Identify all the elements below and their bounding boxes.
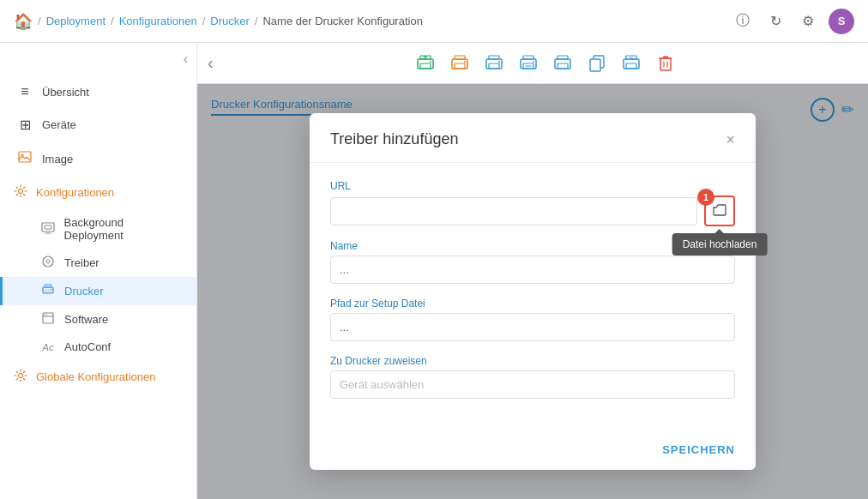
toolbar-icon-printer-blue-3[interactable] [547, 48, 578, 79]
breadcrumb-deployment[interactable]: Deployment [46, 15, 105, 27]
svg-rect-4 [45, 225, 51, 229]
sidebar-item-label-globale-konfigurationen: Globale Konfigurationen [36, 370, 156, 383]
svg-point-18 [430, 61, 431, 63]
modal-title: Treiber hinzufügen [330, 130, 458, 148]
modal-body: URL 1 Datei [310, 163, 756, 430]
sidebar-sub-label-software: Software [64, 313, 108, 326]
form-group-zuweisen: Zu Drucker zuweisen [330, 355, 735, 399]
svg-rect-39 [660, 58, 671, 70]
svg-point-5 [43, 256, 53, 267]
svg-rect-38 [626, 56, 636, 59]
upload-btn-wrapper: 1 Datei hochladen [704, 195, 735, 226]
home-icon[interactable]: 🏠 [14, 12, 33, 31]
svg-rect-32 [558, 63, 568, 69]
modal-overlay: Treiber hinzufügen × URL 1 [197, 84, 868, 499]
svg-rect-0 [19, 152, 31, 162]
treiber-icon [40, 256, 56, 270]
info-icon[interactable]: ⓘ [731, 9, 755, 33]
sidebar-sub-label-background-deployment: Background Deployment [64, 216, 183, 242]
svg-rect-9 [45, 285, 51, 287]
header-actions: ⓘ ↻ ⚙ S [731, 9, 854, 34]
zuweisen-input[interactable] [330, 370, 735, 399]
sidebar-sub-label-drucker: Drucker [64, 285, 104, 298]
save-button[interactable]: SPEICHERN [662, 443, 735, 456]
globale-konfigurationen-icon [14, 369, 27, 385]
sidebar-sub-label-autoconf: AutoConf [64, 340, 111, 353]
svg-rect-24 [489, 63, 499, 69]
content-area: Drucker Konfigurationsname + ✏ Treiber h… [197, 84, 868, 499]
svg-point-26 [498, 61, 500, 63]
sidebar-section-konfigurationen[interactable]: Konfigurationen [0, 176, 196, 209]
url-label: URL [330, 180, 735, 192]
toolbar-icon-printer-blue-2[interactable] [513, 48, 544, 79]
sidebar-item-gerate[interactable]: ⊞ Geräte [0, 108, 196, 141]
sidebar: ‹ ≡ Übersicht ⊞ Geräte Image [0, 43, 197, 499]
svg-rect-20 [455, 63, 465, 69]
svg-point-14 [19, 374, 23, 378]
sidebar-toggle-area: ‹ [0, 43, 196, 75]
svg-point-12 [44, 314, 45, 315]
form-group-url: URL 1 Datei [330, 180, 735, 226]
modal-header: Treiber hinzufügen × [310, 113, 756, 163]
svg-point-22 [464, 61, 466, 63]
modal-close-button[interactable]: × [726, 132, 735, 147]
url-input[interactable] [330, 197, 697, 225]
toolbar-icon-printer-blue-4[interactable] [616, 48, 647, 79]
pfad-label: Pfad zur Setup Datei [330, 298, 735, 310]
sidebar-item-ubersicht[interactable]: ≡ Übersicht [0, 75, 196, 108]
pfad-input[interactable] [330, 313, 735, 341]
zuweisen-label: Zu Drucker zuweisen [330, 355, 735, 367]
modal-footer: SPEICHERN [310, 430, 756, 470]
avatar[interactable]: S [829, 9, 854, 34]
top-toolbar: ‹ [197, 43, 868, 84]
svg-rect-8 [45, 290, 51, 293]
sidebar-item-treiber[interactable]: Treiber [0, 249, 196, 277]
sidebar-item-label-ubersicht: Übersicht [42, 86, 89, 99]
sidebar-section-globale-konfigurationen[interactable]: Globale Konfigurationen [0, 360, 196, 394]
software-icon [40, 312, 56, 327]
sidebar-collapse-button[interactable]: ‹ [184, 51, 188, 67]
svg-rect-35 [590, 59, 600, 71]
svg-point-6 [46, 260, 50, 263]
toolbar-icon-copy[interactable] [582, 48, 612, 79]
refresh-icon[interactable]: ↻ [763, 9, 787, 33]
image-icon [16, 150, 33, 167]
konfigurationen-icon [14, 184, 27, 201]
toolbar-icon-printer-blue-1[interactable] [479, 48, 509, 79]
sidebar-item-autoconf[interactable]: Ac AutoConf [0, 334, 196, 360]
svg-point-30 [533, 61, 534, 63]
sidebar-item-image[interactable]: Image [0, 141, 196, 176]
sidebar-item-label-image: Image [42, 153, 73, 165]
form-group-pfad: Pfad zur Setup Datei [330, 298, 735, 341]
toolbar-icons [224, 48, 868, 79]
breadcrumb-konfigurationen[interactable]: Konfigurationen [119, 15, 197, 27]
svg-rect-29 [523, 56, 533, 59]
modal-treiber-hinzufugen: Treiber hinzufügen × URL 1 [310, 113, 756, 470]
background-deployment-icon [40, 222, 56, 237]
toolbar-icon-printer-orange[interactable] [444, 48, 475, 79]
name-input[interactable] [330, 256, 735, 284]
upload-tooltip: Datei hochladen [672, 233, 768, 256]
sidebar-item-background-deployment[interactable]: Background Deployment [0, 209, 196, 249]
breadcrumb-drucker[interactable]: Drucker [210, 15, 250, 27]
sidebar-item-label-gerate: Geräte [42, 118, 76, 131]
gear-icon[interactable]: ⚙ [796, 9, 820, 33]
back-button[interactable]: ‹ [197, 53, 224, 73]
svg-rect-37 [626, 63, 636, 69]
header: 🏠 / Deployment / Konfigurationen / Druck… [0, 0, 868, 43]
svg-point-2 [19, 189, 23, 194]
sidebar-item-software[interactable]: Software [0, 305, 196, 334]
breadcrumb: 🏠 / Deployment / Konfigurationen / Druck… [14, 12, 731, 31]
drucker-icon [40, 284, 56, 298]
sidebar-sub-label-treiber: Treiber [64, 256, 99, 269]
svg-rect-33 [558, 56, 568, 59]
svg-rect-3 [42, 223, 54, 231]
svg-rect-16 [420, 63, 431, 69]
svg-rect-25 [489, 56, 499, 59]
step-badge: 1 [697, 189, 714, 206]
toolbar-icon-delete[interactable] [650, 48, 681, 79]
sidebar-item-drucker[interactable]: Drucker [0, 277, 196, 305]
toolbar-icon-add-printer[interactable] [410, 48, 441, 79]
svg-rect-21 [455, 56, 465, 59]
svg-point-10 [51, 289, 52, 291]
